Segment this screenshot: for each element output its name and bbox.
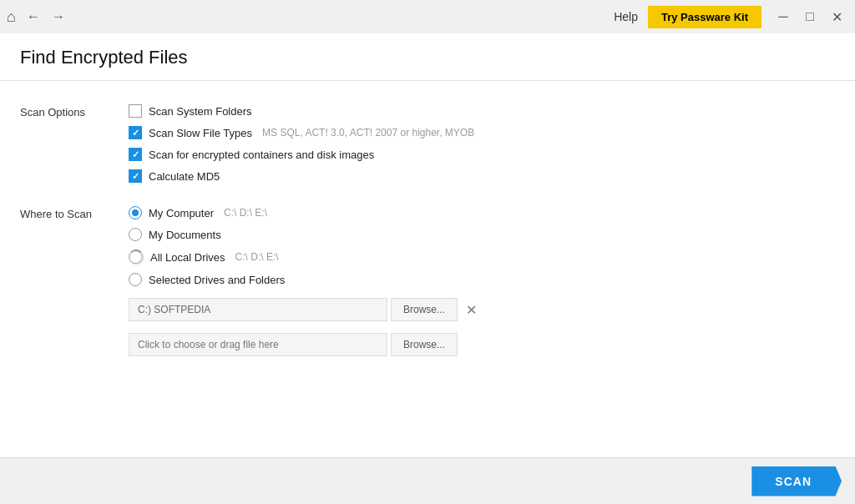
where-to-scan-label: Where to Scan xyxy=(20,206,129,356)
checkbox-scan-system-box[interactable] xyxy=(129,104,142,118)
checkbox-scan-containers[interactable]: Scan for encrypted containers and disk i… xyxy=(129,148,835,161)
checkbox-calc-md5[interactable]: Calculate MD5 xyxy=(129,169,835,183)
back-button[interactable]: ← xyxy=(23,8,44,25)
window-controls: ─ □ ✕ xyxy=(772,5,848,28)
radio-all-local-drives[interactable]: All Local Drives C:\ D:\ E:\ xyxy=(129,249,835,265)
checkbox-calc-md5-box[interactable] xyxy=(129,169,142,183)
scan-options-content: Scan System Folders Scan Slow File Types… xyxy=(129,104,835,183)
minimize-button[interactable]: ─ xyxy=(772,5,795,28)
browse-button-2[interactable]: Browse... xyxy=(391,333,458,356)
title-bar-left: ⌂ ← → xyxy=(7,8,69,26)
title-bar-right: Help Try Passware Kit ─ □ ✕ xyxy=(614,5,848,28)
nav-buttons: ← → xyxy=(23,8,69,25)
radio-selected-drives-label: Selected Drives and Folders xyxy=(149,274,285,286)
where-to-scan-section: Where to Scan My Computer C:\ D:\ E:\ My… xyxy=(20,206,835,356)
radio-my-documents-label: My Documents xyxy=(149,229,221,241)
checkbox-scan-slow-label: Scan Slow File Types xyxy=(149,127,252,139)
remove-button-1[interactable]: ✕ xyxy=(461,300,482,320)
forward-button[interactable]: → xyxy=(48,8,69,25)
checkbox-scan-slow[interactable]: Scan Slow File Types MS SQL, ACT! 3.0, A… xyxy=(129,126,835,139)
try-passware-button[interactable]: Try Passware Kit xyxy=(648,6,761,28)
browse-input-2[interactable] xyxy=(129,333,387,356)
page-title: Find Encrypted Files xyxy=(20,47,835,68)
page-header: Find Encrypted Files xyxy=(0,33,855,81)
scan-options-section: Scan Options Scan System Folders Scan Sl… xyxy=(20,104,835,183)
radio-my-documents[interactable]: My Documents xyxy=(129,228,835,241)
help-link[interactable]: Help xyxy=(614,10,638,23)
checkbox-calc-md5-label: Calculate MD5 xyxy=(149,170,220,183)
maximize-button[interactable]: □ xyxy=(798,5,822,28)
browse-row-2: Browse... xyxy=(129,333,835,356)
checkbox-scan-system-label: Scan System Folders xyxy=(149,105,252,118)
radio-selected-drives-circle[interactable] xyxy=(129,273,142,286)
close-button[interactable]: ✕ xyxy=(825,5,848,28)
browse-button-1[interactable]: Browse... xyxy=(391,298,458,321)
checkbox-scan-containers-label: Scan for encrypted containers and disk i… xyxy=(149,149,374,161)
radio-my-documents-circle[interactable] xyxy=(129,228,142,241)
radio-my-computer-sublabel: C:\ D:\ E:\ xyxy=(224,207,267,219)
footer: SCAN xyxy=(0,457,855,504)
radio-my-computer-label: My Computer xyxy=(149,207,214,219)
checkbox-scan-slow-box[interactable] xyxy=(129,126,142,139)
radio-all-local-sublabel: C:\ D:\ E:\ xyxy=(235,251,279,263)
radio-my-computer[interactable]: My Computer C:\ D:\ E:\ xyxy=(129,206,835,219)
scan-button[interactable]: SCAN xyxy=(751,466,842,496)
checkbox-scan-system[interactable]: Scan System Folders xyxy=(129,104,835,118)
title-bar: ⌂ ← → Help Try Passware Kit ─ □ ✕ xyxy=(0,0,855,33)
where-to-scan-content: My Computer C:\ D:\ E:\ My Documents All… xyxy=(129,206,835,356)
checkbox-scan-slow-sublabel: MS SQL, ACT! 3.0, ACT! 2007 or higher, M… xyxy=(262,127,474,139)
browse-row-1: Browse... ✕ xyxy=(129,298,835,321)
checkbox-scan-containers-box[interactable] xyxy=(129,148,142,161)
browse-input-1[interactable] xyxy=(129,298,387,321)
main-content: Scan Options Scan System Folders Scan Sl… xyxy=(0,81,855,457)
radio-selected-drives[interactable]: Selected Drives and Folders xyxy=(129,273,835,286)
radio-all-local-circle[interactable] xyxy=(129,250,142,264)
scan-options-label: Scan Options xyxy=(20,104,129,183)
home-button[interactable]: ⌂ xyxy=(7,8,16,26)
radio-my-computer-circle[interactable] xyxy=(129,206,142,219)
radio-all-local-label: All Local Drives xyxy=(150,251,225,264)
